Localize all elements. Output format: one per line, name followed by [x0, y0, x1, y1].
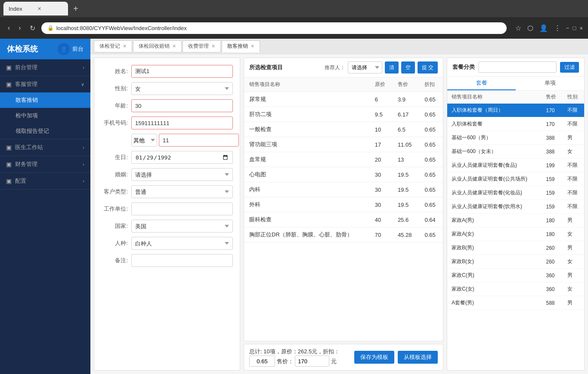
name-input[interactable]: [131, 65, 233, 78]
gender-select[interactable]: 女男未知: [131, 82, 233, 95]
packages-search-input[interactable]: [478, 61, 557, 73]
empty-btn[interactable]: 空: [401, 61, 415, 74]
pkg-name: 家政A(男): [447, 214, 542, 227]
item-sale: 19.5: [393, 197, 420, 212]
address-bar[interactable]: 🔒 localhost:8080/CYYFWebView/IndexContro…: [41, 22, 507, 34]
table-row[interactable]: 内科 30 19.5 0.65: [244, 182, 443, 197]
sidebar-item-jiazhong[interactable]: 检中加项: [0, 108, 90, 123]
age-input[interactable]: [131, 99, 233, 112]
work-unit-input[interactable]: [131, 202, 233, 215]
race-select[interactable]: 白种人黄种人黑种人: [131, 237, 233, 250]
list-item[interactable]: 基础一600（女未） 388 女: [447, 145, 584, 159]
new-tab-btn[interactable]: +: [70, 4, 82, 14]
list-item[interactable]: 家政A(女) 180 女: [447, 227, 584, 241]
submit-btn[interactable]: 提 交: [418, 61, 438, 74]
sidebar-group-kehu[interactable]: ▣ 客服管理 ∨: [0, 76, 90, 92]
table-row[interactable]: 血常规 20 13 0.65: [244, 152, 443, 167]
save-template-btn[interactable]: 保存为模板: [354, 351, 394, 364]
phone-input[interactable]: [131, 116, 233, 129]
other-type-select[interactable]: 其他: [131, 134, 157, 147]
birthday-input[interactable]: [131, 151, 233, 164]
filter-btn[interactable]: 过滤: [560, 62, 579, 73]
list-item[interactable]: A套餐(男) 588 男: [447, 296, 584, 310]
window-minimize-btn[interactable]: −: [566, 25, 569, 31]
sidebar-item-lingqu[interactable]: 领取报告登记: [0, 123, 90, 139]
marital-select[interactable]: 请选择已婚未婚离异: [131, 168, 233, 181]
items-table: 销售项目名称 原价 售价 折扣 尿常规 6 3.9 0.65 肝功二项 9.5 …: [244, 77, 443, 341]
bookmark-icon[interactable]: ☆: [514, 24, 523, 32]
sidebar-arrow-peizhi: ›: [83, 178, 84, 184]
sidebar-item-daoke[interactable]: 散客推销: [0, 92, 90, 108]
list-item[interactable]: 入职体检套餐 170 不限: [447, 117, 584, 131]
browser-tab[interactable]: Index ✕: [3, 2, 68, 15]
item-original: 10: [370, 122, 393, 137]
tab-close-sanke[interactable]: ✕: [251, 43, 254, 49]
list-item[interactable]: 家政C(女) 360 女: [447, 282, 584, 296]
tab-tijiandengji[interactable]: 体检登记 ✕: [94, 40, 132, 52]
window-close-btn[interactable]: ×: [579, 25, 583, 31]
item-discount: 0.65: [419, 167, 443, 182]
list-item[interactable]: 家政B(女) 260 女: [447, 255, 584, 269]
item-name: 尿常规: [244, 92, 370, 107]
list-item[interactable]: 家政A(男) 180 男: [447, 214, 584, 227]
profile-icon[interactable]: 👤: [538, 24, 550, 32]
tab-single[interactable]: 单项: [516, 77, 584, 90]
sidebar-group-label-caiwu: 财务管理: [15, 160, 37, 168]
item-sale: 19.5: [393, 167, 420, 182]
other-input[interactable]: [159, 134, 239, 147]
sidebar-group-peizhi[interactable]: ▣ 配置 ›: [0, 173, 90, 189]
list-item[interactable]: 从业人员健康证明套餐(公共场所) 159 不限: [447, 172, 584, 186]
tab-close-shoufei[interactable]: ✕: [211, 43, 215, 49]
country-select[interactable]: 美国中国英国: [131, 220, 233, 233]
table-row[interactable]: 外科 30 19.5 0.65: [244, 197, 443, 212]
list-item[interactable]: 基础一600（男） 388 男: [447, 131, 584, 145]
sidebar-group-label-peizhi: 配置: [15, 177, 26, 185]
sidebar-arrow-kehu: ∨: [81, 82, 84, 87]
table-row[interactable]: 肾功能三项 17 11.05 0.65: [244, 137, 443, 152]
tab-shoufei[interactable]: 收费管理 ✕: [183, 40, 221, 52]
form-row-other: 其他: [101, 134, 233, 147]
tab-close-btn[interactable]: ✕: [37, 6, 63, 12]
from-template-btn[interactable]: 从模板选择: [398, 351, 438, 364]
table-row[interactable]: 尿常规 6 3.9 0.65: [244, 92, 443, 107]
sidebar-group-yishi[interactable]: ▣ 医生工作站 ›: [0, 139, 90, 156]
nav-refresh-btn[interactable]: ↻: [27, 22, 38, 34]
discount-input[interactable]: [249, 356, 275, 367]
nav-back-btn[interactable]: ‹: [5, 22, 12, 34]
list-item[interactable]: 从业人员健康证明套餐(食品) 199 不限: [447, 159, 584, 172]
sidebar-group-qiantai[interactable]: ▣ 前台管理 ›: [0, 59, 90, 76]
recommender-select[interactable]: 请选择: [348, 61, 382, 74]
clear-btn[interactable]: 清: [385, 61, 399, 74]
lock-icon: 🔒: [47, 25, 54, 31]
extensions-icon[interactable]: ⬡: [526, 24, 535, 32]
nav-forward-btn[interactable]: ›: [16, 22, 23, 34]
tab-sanke[interactable]: 散客推销 ✕: [222, 40, 260, 52]
sidebar-group-caiwu[interactable]: ▣ 财务管理 ›: [0, 156, 90, 172]
table-row[interactable]: 肝功二项 9.5 6.17 0.65: [244, 107, 443, 122]
item-name: 肾功能三项: [244, 137, 370, 152]
item-sale: 13: [393, 152, 420, 167]
item-sale: 3.9: [393, 92, 420, 107]
list-item[interactable]: 从业人员健康证明套餐(饮用水) 159 不限: [447, 200, 584, 214]
pkg-gender: 男: [563, 214, 584, 227]
menu-icon[interactable]: ⋮: [552, 24, 563, 32]
tab-close-tijiandengji[interactable]: ✕: [123, 43, 127, 49]
list-item[interactable]: 家政C(男) 360 男: [447, 269, 584, 282]
window-maximize-btn[interactable]: □: [573, 25, 576, 31]
sale-price-input[interactable]: [295, 356, 329, 367]
tab-close-tijianshoukuan[interactable]: ✕: [172, 43, 176, 49]
list-item[interactable]: 从业人员健康证明套餐(化妆品) 159 不限: [447, 186, 584, 200]
table-row[interactable]: 胸部正位DR（肺脏、胸膜、心脏、肋骨） 70 45.28 0.65: [244, 227, 443, 242]
table-row[interactable]: 心电图 30 19.5 0.65: [244, 167, 443, 182]
note-input[interactable]: [131, 254, 233, 267]
customer-type-select[interactable]: 普通VIP: [131, 185, 233, 198]
tab-package[interactable]: 套餐: [447, 77, 516, 90]
sidebar-group-label-qiantai: 前台管理: [15, 64, 37, 71]
form-row-customer-type: 客户类型: 普通VIP: [101, 185, 233, 198]
race-label: 人种:: [101, 239, 131, 247]
list-item[interactable]: 入职体检套餐（周日） 170 不限: [447, 104, 584, 117]
table-row[interactable]: 一般检查 10 6.5 0.65: [244, 122, 443, 137]
table-row[interactable]: 眼科检查 40 25.6 0.64: [244, 212, 443, 227]
list-item[interactable]: 家政B(男) 260 男: [447, 241, 584, 255]
tab-tijianshoukuan[interactable]: 体检回收赔销 ✕: [133, 40, 182, 52]
